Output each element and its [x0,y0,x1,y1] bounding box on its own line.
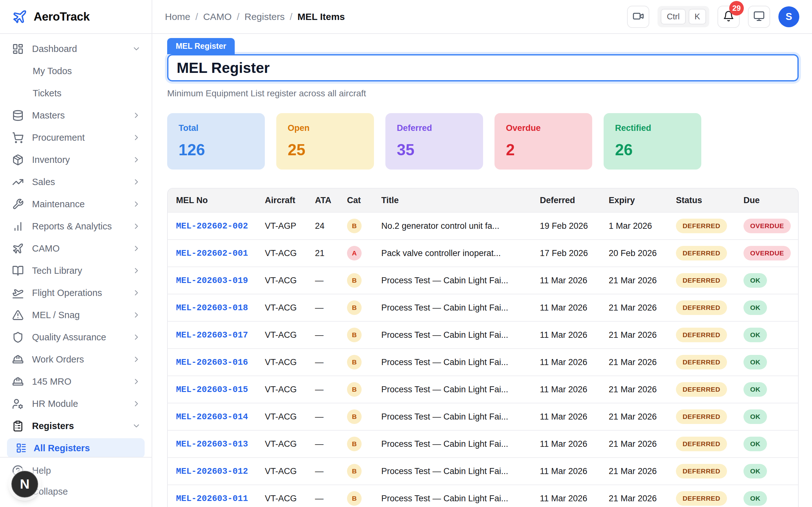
breadcrumb-registers[interactable]: Registers [245,11,285,22]
cell-title: Process Test — Cabin Light Fai... [373,376,531,403]
sidebar-item-tech-library[interactable]: Tech Library [0,260,152,282]
mel-no-link[interactable]: MEL-202603-019 [176,276,248,285]
cell-ata: — [307,430,339,458]
sidebar-item-145-mro[interactable]: 145 MRO [0,371,152,393]
cell-deferred: 11 Mar 2026 [531,403,600,430]
cell-aircraft: VT-ACG [257,458,307,485]
cell-due: OK [735,294,799,321]
sidebar-nav: DashboardMy TodosTicketsMastersProcureme… [0,34,152,457]
cell-due: OVERDUE [735,212,799,239]
sidebar-item-hr-module[interactable]: HR Module [0,393,152,415]
column-header-due: Due [735,188,799,212]
cell-cat: B [339,458,373,485]
cell-status: DEFERRED [668,321,735,349]
stat-value: 126 [179,141,253,159]
sidebar-item-label: Tech Library [32,266,124,276]
sidebar-item-quality-assurance[interactable]: Quality Assurance [0,326,152,348]
chevron-right-icon [132,355,141,364]
stat-card-total: Total126 [167,113,265,170]
cell-due: OK [735,485,799,507]
sidebar-item-maintenance[interactable]: Maintenance [0,193,152,215]
due-badge: OVERDUE [744,246,791,261]
column-header-aircraft: Aircraft [257,188,307,212]
sidebar-item-sales[interactable]: Sales [0,171,152,193]
sidebar-item-procurement[interactable]: Procurement [0,126,152,149]
mel-no-link[interactable]: MEL-202603-015 [176,385,248,395]
sidebar-item-inventory[interactable]: Inventory [0,149,152,171]
status-badge: DEFERRED [676,219,727,233]
sidebar-item-mel-snag[interactable]: MEL / Snag [0,304,152,326]
sidebar-item-registers[interactable]: Registers [0,415,152,437]
cell-cat: B [339,321,373,349]
hard-hat-icon [12,376,24,388]
sidebar-item-label: Inventory [32,155,124,165]
cell-status: DEFERRED [668,267,735,294]
category-badge: B [347,300,362,315]
mel-no-link[interactable]: MEL-202603-012 [176,467,248,476]
breadcrumb-home[interactable]: Home [165,11,190,22]
mel-no-link[interactable]: MEL-202602-002 [176,222,248,231]
mel-no-link[interactable]: MEL-202603-013 [176,440,248,449]
mel-no-link[interactable]: MEL-202603-011 [176,494,248,504]
cell-aircraft: VT-ACG [257,267,307,294]
page-title-input[interactable] [167,54,799,81]
sidebar-item-camo[interactable]: CAMO [0,237,152,260]
column-header-status: Status [668,188,735,212]
mel-no-link[interactable]: MEL-202602-001 [176,249,248,258]
cell-deferred: 11 Mar 2026 [531,321,600,349]
status-badge: DEFERRED [676,491,727,506]
sidebar-item-flight-operations[interactable]: Flight Operations [0,282,152,304]
sidebar-item-label: My Todos [33,66,141,76]
sidebar-item-reports-analytics[interactable]: Reports & Analytics [0,215,152,237]
cell-mel-no: MEL-202602-002 [168,212,257,239]
cell-mel-no: MEL-202602-001 [168,239,257,267]
sidebar-footer-label: Help [32,465,141,476]
mel-no-link[interactable]: MEL-202603-014 [176,412,248,422]
sidebar-item-label: Masters [32,110,124,121]
cell-expiry: 1 Mar 2026 [600,212,668,239]
sidebar-item-tickets[interactable]: Tickets [0,82,152,104]
cell-status: DEFERRED [668,294,735,321]
cell-title: Process Test — Cabin Light Fai... [373,430,531,458]
sidebar-item-work-orders[interactable]: Work Orders [0,348,152,371]
dev-tools-button[interactable]: N [11,471,38,498]
sidebar-item-masters[interactable]: Masters [0,104,152,126]
cart-icon [12,132,24,144]
category-badge: B [347,328,362,342]
mel-no-link[interactable]: MEL-202603-018 [176,303,248,313]
status-badge: DEFERRED [676,246,727,261]
notifications-button[interactable]: 29 [717,6,740,28]
sidebar-item-my-todos[interactable]: My Todos [0,60,152,82]
display-button[interactable] [748,6,770,28]
table-row[interactable]: MEL-202602-002VT-AGP24BNo.2 generator co… [168,212,799,239]
mel-no-link[interactable]: MEL-202603-017 [176,331,248,340]
topbar-actions: Ctrl K 29 S [627,6,799,28]
register-tab[interactable]: MEL Register [167,38,235,54]
table-row[interactable]: MEL-202602-001VT-ACG21APack valve contro… [168,239,799,267]
category-badge: B [347,273,362,288]
table-row[interactable]: MEL-202603-017VT-ACG—BProcess Test — Cab… [168,321,799,349]
table-row[interactable]: MEL-202603-016VT-ACG—BProcess Test — Cab… [168,349,799,376]
user-avatar[interactable]: S [778,6,799,27]
command-palette-shortcut[interactable]: Ctrl K [658,6,709,27]
table-row[interactable]: MEL-202603-012VT-ACG—BProcess Test — Cab… [168,458,799,485]
table-row[interactable]: MEL-202603-015VT-ACG—BProcess Test — Cab… [168,376,799,403]
table-row[interactable]: MEL-202603-014VT-ACG—BProcess Test — Cab… [168,403,799,430]
table-row[interactable]: MEL-202603-018VT-ACG—BProcess Test — Cab… [168,294,799,321]
sidebar-item-dashboard[interactable]: Dashboard [0,38,152,60]
sidebar-footer-label: Collapse [32,487,141,497]
plane-icon [12,243,24,255]
breadcrumb-camo[interactable]: CAMO [203,11,232,22]
stat-card-open: Open25 [276,113,374,170]
column-header-deferred: Deferred [531,188,600,212]
mel-no-link[interactable]: MEL-202603-016 [176,358,248,367]
table-row[interactable]: MEL-202603-019VT-ACG—BProcess Test — Cab… [168,267,799,294]
cell-due: OK [735,376,799,403]
chevron-right-icon [132,200,141,209]
chevron-right-icon [132,333,141,342]
cell-cat: B [339,430,373,458]
table-row[interactable]: MEL-202603-013VT-ACG—BProcess Test — Cab… [168,430,799,458]
sidebar-subitem-all-registers[interactable]: All Registers [7,438,145,457]
table-row[interactable]: MEL-202603-011VT-ACG—BProcess Test — Cab… [168,485,799,507]
video-button[interactable] [627,6,649,28]
